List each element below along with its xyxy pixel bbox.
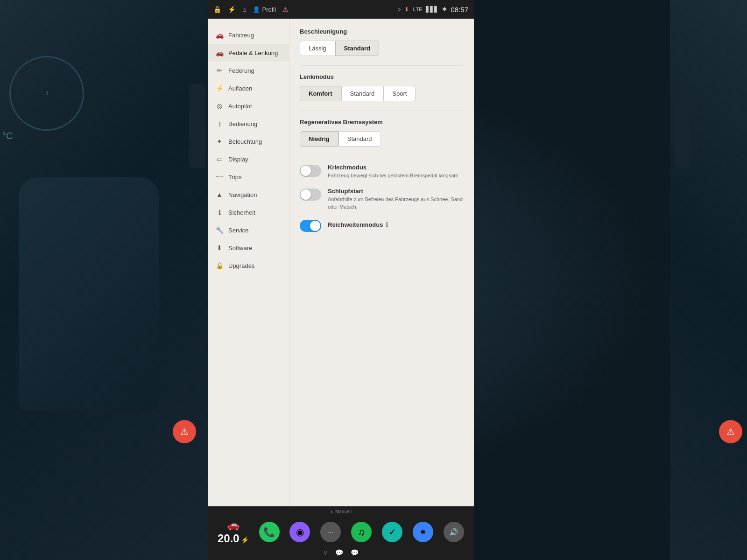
beschleunigung-title: Beschleunigung [300, 28, 464, 35]
media-icon: ◉ [296, 526, 304, 538]
more-circle[interactable]: ··· [320, 522, 341, 542]
sidebar-item-label: Upgrades [228, 262, 254, 269]
btn-standard-lenk[interactable]: Standard [341, 86, 384, 101]
btn-lassig[interactable]: Lässig [300, 41, 335, 56]
chevron-up-icon: ∧ [330, 509, 333, 514]
signal-bars: ▋▋▋ [426, 6, 438, 13]
light-icon: ✦ [215, 137, 224, 146]
bottom-bar-icons: 🚗 20.0 ⚡ 📞 ◉ ··· [208, 515, 474, 549]
display-icon: ▭ [215, 155, 224, 163]
sidebar-item-sicherheit[interactable]: ℹ Sicherheit [208, 203, 289, 221]
schlupfstart-text: Schlupfstart Anfahrhilfe zum Befreien de… [328, 188, 464, 210]
sidebar-item-autopilot[interactable]: ◎ Autopilot [208, 97, 289, 115]
hazard-button-right[interactable]: ⚠ [719, 420, 742, 443]
sidebar-item-label: Service [228, 227, 248, 234]
status-bar: 🔒 ⚡ ⌂ 👤 Profil ⚠ ○ ⬇ LTE ▋▋▋ ✱ 08:57 [208, 0, 474, 19]
hazard-button-left[interactable]: ⚠ [173, 420, 196, 443]
lock-icon: 🔒 [213, 6, 221, 13]
speech-bubble-2-icon: 💬 [351, 549, 359, 556]
speed-display: 20.0 ⚡ [218, 532, 249, 545]
bremssystem-options: Niedrig Standard [300, 131, 464, 147]
vent-left [189, 84, 205, 168]
download-icon: ⬇ [404, 6, 409, 13]
bottom-spotify[interactable]: ♫ [351, 522, 372, 542]
kriechmodus-row: Kriechmodus Fahrzeug bewegt sich bei gel… [300, 164, 464, 179]
car-interior-right: ⚠ [670, 0, 747, 560]
lenkmodus-title: Lenkmodus [300, 73, 464, 80]
sidebar-item-beleuchtung[interactable]: ✦ Beleuchtung [208, 133, 289, 150]
speedometer: 3 [9, 56, 84, 131]
phone-circle[interactable]: 📞 [259, 522, 280, 542]
main-screen: 🔒 ⚡ ⌂ 👤 Profil ⚠ ○ ⬇ LTE ▋▋▋ ✱ 08:57 🚗 F… [208, 0, 474, 560]
check-icon: ✓ [388, 526, 396, 538]
status-bar-right: ○ ⬇ LTE ▋▋▋ ✱ 08:57 [397, 6, 468, 14]
media-circle[interactable]: ◉ [289, 522, 310, 542]
bolt-icon: ⚡ [228, 6, 236, 13]
sidebar-item-pedale-lenkung[interactable]: 🚗 Pedale & Lenkung [208, 44, 289, 62]
reichweitenmodus-toggle[interactable] [300, 220, 321, 232]
vent-right [675, 84, 691, 168]
volume-icon: 🔊 [449, 528, 458, 537]
spotify-icon: ♫ [358, 527, 365, 538]
charge-icon: ⚡ [215, 84, 224, 92]
bottom-volume[interactable]: 🔊 [444, 522, 464, 542]
btn-standard-accel[interactable]: Standard [335, 41, 379, 56]
schlupfstart-toggle[interactable] [300, 189, 321, 201]
software-icon: ⬇ [215, 244, 224, 252]
home-icon: ⌂ [242, 6, 246, 13]
bt-circle[interactable]: ✱ [413, 522, 433, 542]
bottom-more[interactable]: ··· [320, 522, 341, 542]
bottom-phone[interactable]: 📞 [259, 522, 280, 542]
federung-icon: ✏ [215, 66, 224, 75]
btn-komfort[interactable]: Komfort [300, 86, 341, 101]
btn-sport[interactable]: Sport [383, 86, 416, 101]
speed-value: 20.0 [218, 532, 240, 545]
divider-3 [300, 156, 464, 156]
divider-1 [300, 65, 464, 66]
kriechmodus-toggle[interactable] [300, 165, 321, 177]
trips-icon: 〰 [215, 173, 224, 181]
sidebar-item-federung[interactable]: ✏ Federung [208, 62, 289, 79]
sidebar-item-bedienung[interactable]: ⫿ Bedienung [208, 115, 289, 133]
sidebar-item-display[interactable]: ▭ Display [208, 150, 289, 168]
service-icon: 🔧 [215, 226, 224, 234]
profile-button[interactable]: 👤 Profil [253, 6, 276, 13]
maps-circle[interactable]: ✓ [382, 522, 402, 542]
lenkmodus-options: Komfort Standard Sport [300, 86, 464, 101]
bottom-media[interactable]: ◉ [289, 522, 310, 542]
bottom-bluetooth[interactable]: ✱ [413, 522, 433, 542]
sidebar-item-label: Sicherheit [228, 209, 255, 216]
sidebar-item-fahrzeug[interactable]: 🚗 Fahrzeug [208, 26, 289, 44]
reichweitenmodus-label: Reichweitenmodus [328, 221, 383, 228]
sidebar-item-upgrades[interactable]: 🔒 Upgrades [208, 257, 289, 274]
toggle-knob-schlupf [301, 189, 311, 200]
schlupfstart-row: Schlupfstart Anfahrhilfe zum Befreien de… [300, 188, 464, 210]
profile-label: Profil [262, 6, 276, 13]
bottom-bar-bottom: ∨ 💬 💬 [208, 549, 474, 560]
autopilot-icon: ◎ [215, 102, 224, 110]
sidebar-item-label: Fahrzeug [228, 32, 254, 39]
btn-niedrig[interactable]: Niedrig [300, 131, 338, 147]
divider-2 [300, 111, 464, 111]
bedienung-icon: ⫿ [215, 119, 224, 128]
sidebar-item-software[interactable]: ⬇ Software [208, 239, 289, 257]
info-icon: ℹ [386, 221, 388, 228]
main-content: Beschleunigung Lässig Standard Lenkmodus… [289, 19, 474, 506]
sidebar-item-aufladen[interactable]: ⚡ Aufladen [208, 79, 289, 97]
phone-icon: 📞 [263, 526, 275, 538]
btn-standard-brems[interactable]: Standard [338, 131, 381, 147]
reichweitenmodus-row: Reichweitenmodus ℹ [300, 219, 464, 232]
kriechmodus-desc: Fahrzeug bewegt sich bei gelöstem Bremsp… [328, 172, 458, 179]
bt-icon: ✱ [420, 528, 426, 536]
toggle-knob-reich [310, 221, 320, 231]
speed-unit: ⚡ [241, 536, 249, 544]
circle-icon: ○ [397, 6, 401, 13]
sidebar-item-label: Autopilot [228, 103, 252, 110]
sidebar-item-trips[interactable]: 〰 Trips [208, 168, 289, 186]
vol-circle[interactable]: 🔊 [444, 522, 464, 542]
bottom-maps[interactable]: ✓ [382, 522, 402, 542]
spotify-circle[interactable]: ♫ [351, 522, 372, 542]
sidebar-item-navigation[interactable]: ▲ Navigation [208, 186, 289, 203]
sidebar: 🚗 Fahrzeug 🚗 Pedale & Lenkung ✏ Federung… [208, 19, 289, 506]
sidebar-item-service[interactable]: 🔧 Service [208, 221, 289, 239]
